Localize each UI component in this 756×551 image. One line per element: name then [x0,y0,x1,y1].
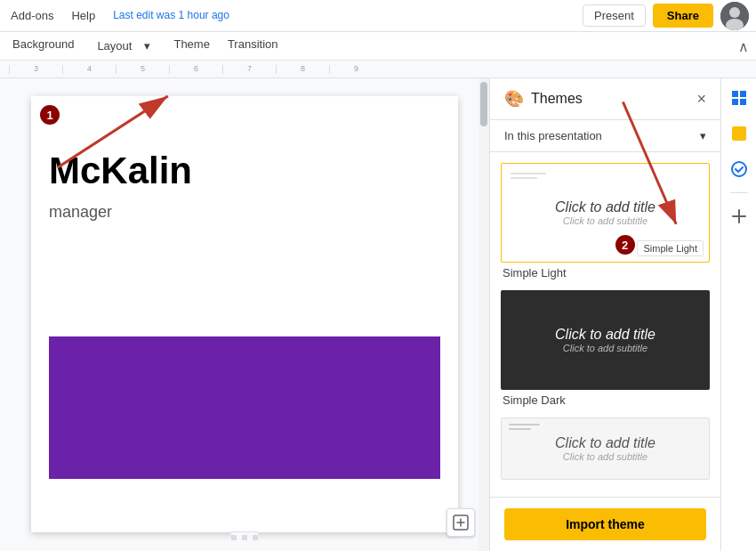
theme-light-title: Click to add title [555,199,655,215]
theme-gray-subtitle: Click to add subtitle [563,451,647,462]
sidebar-check-icon[interactable] [727,157,752,182]
import-theme-button[interactable]: Import theme [504,508,706,540]
sidebar-add-button[interactable] [727,204,752,229]
ruler: 3 4 5 6 7 8 9 [0,61,756,78]
scroll-dot [242,535,247,540]
themes-dropdown[interactable]: In this presentation ▾ [490,120,720,152]
slide-menu-close-icon[interactable]: ∧ [738,37,749,54]
vertical-scrollbar[interactable] [479,78,489,551]
right-sidebar [720,78,756,551]
svg-rect-11 [732,99,738,105]
theme-line [511,173,546,174]
sidebar-divider [730,192,748,193]
avatar[interactable] [720,2,749,30]
theme-gray-title: Click to add title [555,435,655,451]
themes-dropdown-chevron-icon: ▾ [700,129,706,142]
ruler-mark: 3 [9,65,62,74]
theme-gray-lines [509,424,540,430]
svg-point-1 [729,7,740,18]
transition-menu[interactable]: Transition [222,36,284,56]
svg-point-14 [732,162,746,176]
scroll-dot [231,535,237,540]
top-bar: Add-ons Help Last edit was 1 hour ago Pr… [0,0,756,32]
last-edit-label: Last edit was 1 hour ago [109,7,233,24]
slide-scroll-controls [231,531,258,542]
ruler-mark: 6 [169,65,222,74]
annotation-badge-1: 1 [40,105,60,125]
present-button[interactable]: Present [583,4,646,27]
help-menu[interactable]: Help [68,7,99,24]
theme-line [509,428,531,430]
themes-dropdown-label: In this presentation [504,129,602,142]
themes-list: Click to add title Click to add subtitle… [490,152,720,497]
sidebar-note-icon[interactable] [727,121,752,146]
theme-label-simple-dark: Simple Dark [501,393,710,407]
add-slide-button[interactable] [446,508,475,537]
svg-rect-10 [740,91,746,97]
theme-line [509,424,540,425]
themes-header: 🎨 Themes × [490,78,720,120]
background-menu[interactable]: Background [7,36,79,56]
top-bar-left: Add-ons Help Last edit was 1 hour ago [7,7,233,24]
svg-rect-12 [740,99,746,105]
themes-footer: Import theme [490,497,720,551]
theme-menu[interactable]: Theme [168,36,214,56]
theme-dark-subtitle: Click to add subtitle [563,343,647,353]
ruler-mark: 7 [222,65,276,74]
layout-chevron-icon: ▾ [139,37,156,54]
ruler-mark: 4 [62,65,116,74]
slide-purple-box [49,336,440,479]
main-area: 1 McKalin manager [0,78,756,551]
ruler-mark: 5 [116,65,169,74]
theme-preview-simple-light[interactable]: Click to add title Click to add subtitle… [501,163,710,263]
layout-menu[interactable]: Layout ▾ [86,36,161,56]
top-menu: Add-ons Help Last edit was 1 hour ago [7,7,233,24]
theme-light-subtitle: Click to add subtitle [563,215,647,226]
themes-panel-title: Themes [531,91,583,107]
ruler-mark: 9 [329,65,382,74]
theme-dark-title: Click to add title [555,327,655,343]
sidebar-grid-icon[interactable] [727,85,752,110]
svg-rect-9 [732,91,738,97]
slide-menu-items: Background Layout ▾ Theme Transition [7,36,284,56]
themes-palette-icon: 🎨 [504,89,524,109]
slide-canvas[interactable]: 1 McKalin manager [31,96,458,532]
themes-panel: 🎨 Themes × In this presentation ▾ Click … [489,78,720,551]
svg-rect-13 [732,126,746,141]
theme-item-simple-gray[interactable]: Click to add title Click to add subtitle [501,417,710,480]
slide-subtitle: manager [49,203,112,222]
slide-menu-bar: Background Layout ▾ Theme Transition ∧ [0,32,756,61]
theme-preview-simple-gray[interactable]: Click to add title Click to add subtitle [501,417,710,480]
top-bar-right: Present Share [583,2,749,30]
share-button[interactable]: Share [653,4,713,28]
addons-menu[interactable]: Add-ons [7,7,57,24]
themes-close-button[interactable]: × [696,90,706,109]
theme-decoration-lines [511,173,546,179]
scrollbar-thumb[interactable] [480,82,487,126]
theme-item-simple-light[interactable]: Click to add title Click to add subtitle… [501,163,710,280]
annotation-badge-2: 2 [615,235,635,255]
slide-title: McKalin [49,150,192,192]
ruler-marks: 3 4 5 6 7 8 9 [9,65,756,74]
themes-title-group: 🎨 Themes [504,89,583,109]
ruler-mark: 8 [276,65,329,74]
slide-panel[interactable]: 1 McKalin manager [0,78,489,551]
theme-item-simple-dark[interactable]: Click to add title Click to add subtitle… [501,290,710,407]
theme-label-simple-light: Simple Light [501,266,710,280]
scroll-dot [253,535,258,540]
theme-tooltip-simple-light: Simple Light [637,240,704,256]
theme-line [511,177,537,179]
theme-preview-simple-dark[interactable]: Click to add title Click to add subtitle [501,290,710,390]
